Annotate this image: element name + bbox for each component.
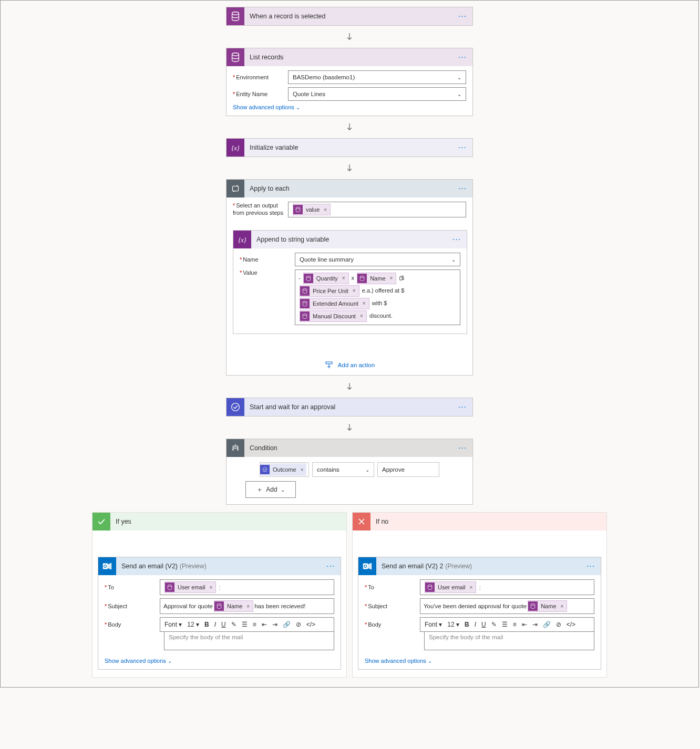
send-email-yes-card[interactable]: Send an email (V2)(Preview) ··· To User … — [98, 557, 341, 670]
name-token[interactable]: Name× — [357, 273, 396, 284]
database-icon — [425, 582, 435, 592]
remove-token-button[interactable]: × — [389, 273, 396, 284]
bullet-list-button[interactable]: ☰ — [241, 621, 249, 628]
highlight-button[interactable]: ✎ — [490, 621, 498, 628]
trigger-title: When a record is selected — [244, 13, 455, 20]
rich-text-toolbar[interactable]: Font ▾ 12 ▾ B I U ✎ ☰ ≡ ⇤ ⇥ 🔗 — [420, 617, 594, 632]
to-input[interactable]: User email× ; — [160, 579, 334, 595]
subject-input[interactable]: You've been denied approval for quote Na… — [420, 598, 594, 614]
price-per-unit-token[interactable]: Price Per Unit× — [300, 285, 359, 297]
menu-button[interactable]: ··· — [455, 143, 470, 152]
code-view-button[interactable]: </> — [565, 621, 577, 628]
condition-value-input[interactable]: Approve — [377, 462, 439, 477]
menu-button[interactable]: ··· — [449, 235, 465, 244]
extended-amount-token[interactable]: Extended Amount× — [300, 298, 369, 309]
database-icon — [227, 7, 244, 25]
environment-dropdown[interactable]: BASDemo (basdemo1)⌄ — [288, 70, 466, 84]
trigger-card[interactable]: When a record is selected ··· — [226, 7, 473, 26]
remove-token-button[interactable]: × — [209, 585, 216, 590]
link-button[interactable]: 🔗 — [282, 621, 292, 628]
italic-button[interactable]: I — [473, 621, 477, 628]
outdent-button[interactable]: ⇤ — [521, 621, 528, 628]
bold-button[interactable]: B — [203, 621, 210, 628]
arrow-icon — [345, 161, 354, 175]
remove-token-button[interactable]: × — [560, 604, 567, 609]
remove-token-button[interactable]: × — [300, 467, 307, 473]
operator-dropdown[interactable]: contains⌄ — [312, 462, 374, 477]
show-advanced-link[interactable]: Show advanced options ⌄ — [105, 658, 334, 664]
unlink-button[interactable]: ⊘ — [555, 621, 562, 628]
number-list-button[interactable]: ≡ — [252, 621, 258, 628]
add-condition-button[interactable]: ＋ Add ⌄ — [245, 481, 296, 498]
remove-token-button[interactable]: × — [245, 604, 253, 609]
select-output-input[interactable]: value × — [288, 202, 466, 217]
menu-button[interactable]: ··· — [455, 12, 470, 21]
value-token[interactable]: value × — [293, 204, 331, 215]
bullet-list-button[interactable]: ☰ — [501, 621, 509, 628]
link-button[interactable]: 🔗 — [542, 621, 552, 628]
menu-button[interactable]: ··· — [455, 53, 470, 62]
show-advanced-link[interactable]: Show advanced options ⌄ — [233, 104, 466, 110]
outcome-token-field[interactable]: Outcome × — [260, 462, 309, 477]
value-label: Value — [240, 269, 295, 276]
database-icon — [357, 274, 367, 283]
value-input[interactable]: - Quantity× x Name× ($ Price Per Unit× e… — [295, 269, 460, 325]
user-email-token[interactable]: User email× — [425, 581, 476, 593]
underline-button[interactable]: U — [220, 621, 227, 628]
apply-to-each-card[interactable]: Apply to each ··· Select an output from … — [226, 179, 473, 376]
list-records-card[interactable]: List records ··· Environment BASDemo (ba… — [226, 48, 473, 116]
body-input[interactable]: Specify the body of the mail — [424, 632, 594, 650]
list-records-title: List records — [244, 54, 455, 61]
append-string-card[interactable]: Append to string variable ··· Name Quote… — [233, 230, 467, 334]
code-view-button[interactable]: </> — [305, 621, 316, 628]
remove-token-button[interactable]: × — [323, 207, 330, 213]
indent-button[interactable]: ⇥ — [271, 621, 279, 628]
menu-button[interactable]: ··· — [455, 402, 470, 412]
number-list-button[interactable]: ≡ — [512, 621, 518, 628]
remove-token-button[interactable]: × — [352, 285, 359, 297]
manual-discount-token[interactable]: Manual Discount× — [300, 310, 367, 322]
rich-text-toolbar[interactable]: Font ▾ 12 ▾ B I U ✎ ☰ ≡ ⇤ ⇥ 🔗 — [160, 617, 334, 632]
entity-name-dropdown[interactable]: Quote Lines⌄ — [288, 87, 466, 101]
name-token[interactable]: Name× — [528, 600, 567, 612]
highlight-button[interactable]: ✎ — [230, 621, 238, 628]
to-input[interactable]: User email× ; — [420, 579, 594, 595]
send-email-no-card[interactable]: Send an email (V2) 2(Preview) ··· To Use… — [358, 557, 601, 670]
database-icon — [300, 311, 310, 321]
remove-token-button[interactable]: × — [359, 310, 366, 322]
chevron-down-icon: ⌄ — [365, 467, 369, 473]
subject-label: Subject — [365, 603, 420, 609]
font-dropdown[interactable]: Font ▾ — [163, 621, 183, 628]
outdent-button[interactable]: ⇤ — [261, 621, 268, 628]
italic-button[interactable]: I — [213, 621, 217, 628]
remove-token-button[interactable]: × — [341, 273, 348, 284]
body-input[interactable]: Specify the body of the mail — [164, 632, 334, 650]
menu-button[interactable]: ··· — [455, 443, 470, 453]
subject-label: Subject — [105, 603, 160, 609]
indent-button[interactable]: ⇥ — [531, 621, 539, 628]
initialize-variable-card[interactable]: Initialize variable ··· — [226, 138, 473, 157]
name-token[interactable]: Name× — [214, 600, 253, 612]
size-dropdown[interactable]: 12 ▾ — [446, 621, 460, 628]
add-action-button[interactable]: Add an action — [233, 355, 466, 370]
font-dropdown[interactable]: Font ▾ — [424, 621, 443, 628]
show-advanced-link[interactable]: Show advanced options ⌄ — [365, 658, 594, 664]
underline-button[interactable]: U — [480, 621, 487, 628]
subject-input[interactable]: Approval for quote Name× has been reciev… — [160, 598, 334, 614]
size-dropdown[interactable]: 12 ▾ — [186, 621, 200, 628]
user-email-token[interactable]: User email× — [164, 581, 216, 593]
menu-button[interactable]: ··· — [583, 561, 599, 571]
unlink-button[interactable]: ⊘ — [295, 621, 302, 628]
remove-token-button[interactable]: × — [362, 298, 369, 309]
approval-card[interactable]: Start and wait for an approval ··· — [226, 398, 473, 417]
variable-icon — [233, 231, 251, 248]
quantity-token[interactable]: Quantity× — [303, 273, 349, 284]
menu-button[interactable]: ··· — [455, 184, 470, 193]
bold-button[interactable]: B — [464, 621, 470, 628]
remove-token-button[interactable]: × — [469, 585, 476, 590]
database-icon — [214, 601, 224, 611]
menu-button[interactable]: ··· — [323, 561, 338, 571]
name-dropdown[interactable]: Quote line summary⌄ — [295, 253, 460, 266]
chevron-down-icon: ⌄ — [451, 257, 456, 263]
condition-card[interactable]: Condition ··· Outcome × contains⌄ Approv… — [226, 439, 473, 505]
